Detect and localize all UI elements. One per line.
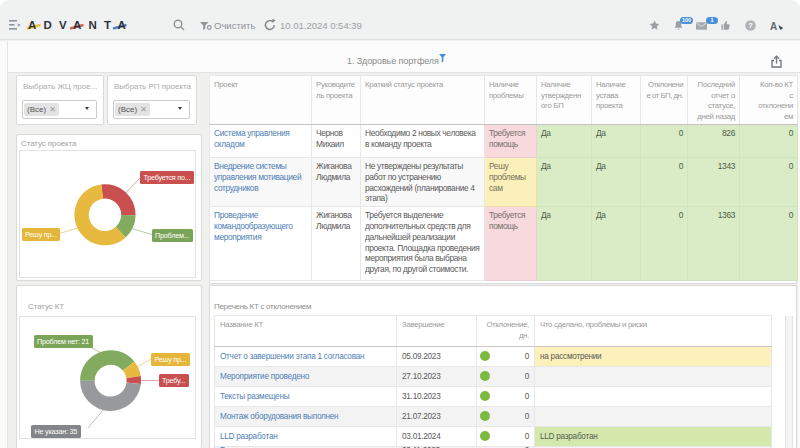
svg-text:?: ? [748, 21, 753, 30]
